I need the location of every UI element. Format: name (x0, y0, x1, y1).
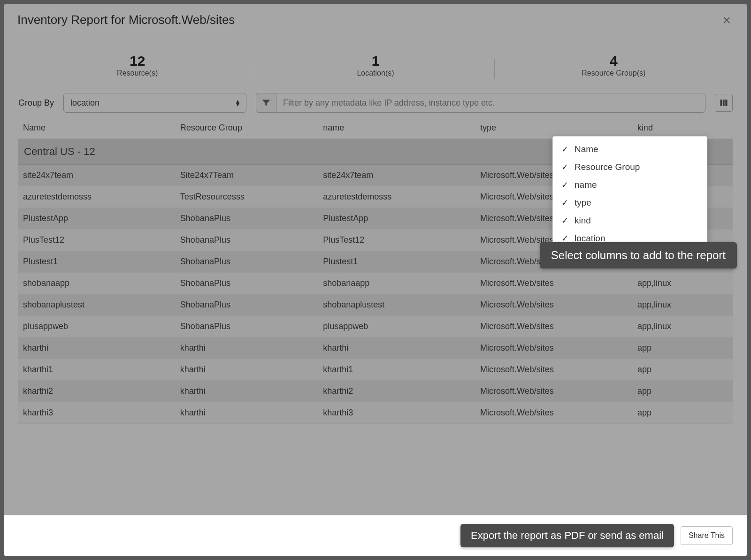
table-row[interactable]: kharthi2kharthikharthi2Microsoft.Web/sit… (18, 381, 733, 402)
cell-name2: kharthi2 (318, 381, 475, 402)
cell-type: Microsoft.Web/sites (475, 359, 633, 381)
column-option[interactable]: ✓Name (553, 140, 707, 158)
col-name[interactable]: Name (18, 117, 176, 139)
summary-bar: 12 Resource(s) 1 Location(s) 4 Resource … (18, 50, 733, 84)
cell-name: kharthi (18, 338, 176, 359)
summary-resource-groups: 4 Resource Group(s) (495, 50, 733, 84)
check-icon: ✓ (561, 198, 570, 208)
table-row[interactable]: kharthikharthikharthiMicrosoft.Web/sites… (18, 338, 733, 359)
cell-name2: PlustestApp (318, 208, 475, 230)
col-resource-group[interactable]: Resource Group (176, 117, 318, 139)
cell-rg: ShobanaPlus (176, 208, 318, 230)
modal-header: Inventory Report for Microsoft.Web/sites… (4, 4, 747, 36)
summary-label: Resource Group(s) (495, 69, 733, 77)
cell-name: azuretestdemosss (18, 186, 176, 208)
cell-name2: PlusTest12 (318, 230, 475, 251)
column-picker-tooltip: Select columns to add to the report (540, 242, 737, 268)
table-row[interactable]: shobanaappShobanaPlusshobanaappMicrosoft… (18, 273, 733, 294)
column-option[interactable]: ✓kind (553, 212, 707, 230)
cell-rg: ShobanaPlus (176, 230, 318, 251)
cell-type: Microsoft.Web/sites (475, 381, 633, 402)
cell-name: PlusTest12 (18, 230, 176, 251)
col-kind[interactable]: kind (633, 117, 733, 139)
check-icon: ✓ (561, 180, 570, 190)
summary-label: Resource(s) (18, 69, 256, 77)
modal-body: 12 Resource(s) 1 Location(s) 4 Resource … (4, 36, 747, 515)
cell-type: Microsoft.Web/sites (475, 316, 633, 338)
table-row[interactable]: kharthi3kharthikharthi3Microsoft.Web/sit… (18, 402, 733, 424)
cell-rg: ShobanaPlus (176, 273, 318, 294)
table-header-row: Name Resource Group name type kind (18, 117, 733, 139)
cell-kind: app,linux (633, 316, 733, 338)
table-row[interactable]: kharthi1kharthikharthi1Microsoft.Web/sit… (18, 359, 733, 381)
groupby-value: location (70, 98, 100, 108)
column-picker-button[interactable] (715, 94, 733, 112)
column-option-label: Name (575, 144, 598, 154)
column-option-label: kind (575, 215, 591, 226)
cell-name2: kharthi (318, 338, 475, 359)
column-option[interactable]: ✓name (553, 176, 707, 194)
groupby-label: Group By (18, 98, 54, 108)
column-option-label: Resource Group (575, 162, 640, 172)
cell-name: kharthi2 (18, 381, 176, 402)
filter-icon[interactable] (256, 93, 276, 113)
cell-name: plusappweb (18, 316, 176, 338)
table-row[interactable]: plusappwebShobanaPlusplusappwebMicrosoft… (18, 316, 733, 338)
summary-label: Location(s) (256, 69, 494, 77)
cell-kind: app,linux (633, 273, 733, 294)
col-type[interactable]: type (475, 117, 633, 139)
cell-rg: ShobanaPlus (176, 294, 318, 316)
cell-name2: shobanaplustest (318, 294, 475, 316)
cell-name2: kharthi3 (318, 402, 475, 424)
cell-name2: shobanaapp (318, 273, 475, 294)
cell-rg: kharthi (176, 402, 318, 424)
cell-kind: app (633, 381, 733, 402)
cell-name: shobanaapp (18, 273, 176, 294)
cell-rg: kharthi (176, 359, 318, 381)
modal-footer: Export the report as PDF or send as emai… (4, 515, 747, 556)
column-option[interactable]: ✓type (553, 194, 707, 212)
cell-rg: Site24x7Team (176, 165, 318, 186)
inventory-report-modal: Inventory Report for Microsoft.Web/sites… (4, 4, 747, 556)
cell-name: kharthi3 (18, 402, 176, 424)
cell-name: shobanaplustest (18, 294, 176, 316)
cell-rg: kharthi (176, 338, 318, 359)
cell-type: Microsoft.Web/sites (475, 294, 633, 316)
summary-locations: 1 Location(s) (256, 50, 494, 84)
cell-name2: Plustest1 (318, 251, 475, 273)
table-row[interactable]: shobanaplustestShobanaPlusshobanaplustes… (18, 294, 733, 316)
cell-kind: app,linux (633, 294, 733, 316)
check-icon: ✓ (561, 144, 570, 154)
column-option[interactable]: ✓Resource Group (553, 158, 707, 176)
cell-name: PlustestApp (18, 208, 176, 230)
summary-value: 12 (18, 53, 256, 69)
cell-kind: app (633, 338, 733, 359)
chevron-updown-icon: ▴▾ (236, 100, 239, 106)
export-tooltip: Export the report as PDF or send as emai… (460, 524, 674, 547)
cell-rg: ShobanaPlus (176, 316, 318, 338)
cell-name: Plustest1 (18, 251, 176, 273)
share-button[interactable]: Share This (681, 526, 733, 545)
col-name2[interactable]: name (318, 117, 475, 139)
cell-rg: TestResourcesss (176, 186, 318, 208)
summary-resources: 12 Resource(s) (18, 50, 256, 84)
column-option-label: name (575, 180, 597, 190)
cell-kind: app (633, 402, 733, 424)
column-picker-dropdown[interactable]: ✓Name✓Resource Group✓name✓type✓kind✓loca… (552, 136, 707, 252)
cell-kind: app (633, 359, 733, 381)
groupby-select[interactable]: location ▴▾ (63, 93, 246, 113)
summary-value: 1 (256, 53, 494, 69)
cell-name2: plusappweb (318, 316, 475, 338)
filter-wrap (256, 93, 705, 113)
cell-name: kharthi1 (18, 359, 176, 381)
cell-rg: kharthi (176, 381, 318, 402)
cell-name2: azuretestdemosss (318, 186, 475, 208)
cell-name2: site24x7team (318, 165, 475, 186)
column-option-label: type (575, 198, 591, 208)
filter-input[interactable] (276, 93, 705, 113)
summary-value: 4 (495, 53, 733, 69)
close-icon[interactable]: × (720, 13, 734, 27)
cell-name: site24x7team (18, 165, 176, 186)
controls-row: Group By location ▴▾ (18, 93, 733, 113)
cell-rg: ShobanaPlus (176, 251, 318, 273)
